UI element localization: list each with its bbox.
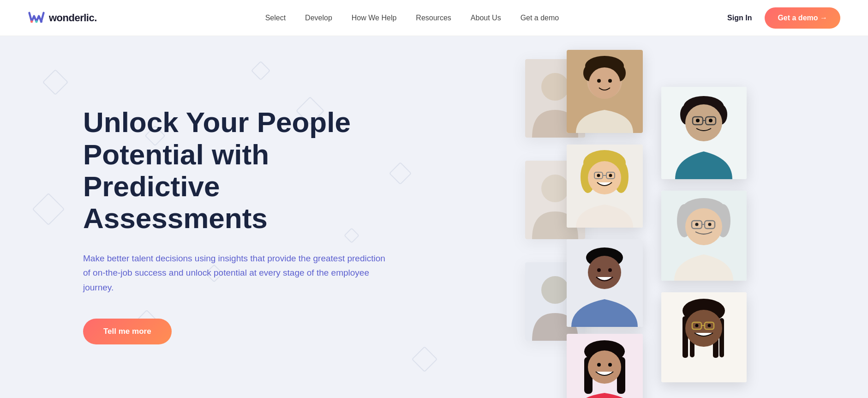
svg-point-53 <box>685 208 722 245</box>
svg-point-47 <box>696 119 700 122</box>
svg-point-25 <box>597 174 600 177</box>
person-illustration-5 <box>567 334 643 398</box>
person-illustration-8 <box>661 292 747 382</box>
nav-links: Select Develop How We Help Resources Abo… <box>265 14 559 22</box>
logo-text: wonderlic. <box>49 12 97 24</box>
photo-card-8 <box>661 292 747 382</box>
svg-point-38 <box>608 363 612 367</box>
svg-point-29 <box>588 256 621 289</box>
svg-point-4 <box>541 73 569 101</box>
svg-point-0 <box>30 20 33 23</box>
photo-card-2 <box>567 145 643 228</box>
nav-item-get-a-demo[interactable]: Get a demo <box>521 14 559 22</box>
logo-link[interactable]: wonderlic. <box>28 11 97 25</box>
svg-point-31 <box>608 268 612 272</box>
svg-point-30 <box>597 268 601 272</box>
hero-title: Unlock Your People Potential with Predic… <box>83 106 406 235</box>
svg-point-43 <box>685 104 722 141</box>
photo-card-1 <box>567 50 643 133</box>
svg-point-69 <box>695 324 698 327</box>
nav-item-develop[interactable]: Develop <box>305 14 332 22</box>
svg-point-1 <box>35 20 37 23</box>
nav-actions: Sign In Get a demo → <box>727 7 840 29</box>
svg-point-48 <box>709 119 712 122</box>
svg-point-16 <box>608 79 612 83</box>
person-illustration-1 <box>567 50 643 133</box>
svg-point-70 <box>707 324 711 327</box>
person-illustration-7 <box>661 191 747 281</box>
logo-icon <box>28 11 45 25</box>
svg-point-26 <box>609 174 612 177</box>
photo-card-6 <box>661 87 747 179</box>
hero-photos <box>478 36 868 398</box>
navbar: wonderlic. Select Develop How We Help Re… <box>0 0 868 36</box>
svg-point-21 <box>588 161 621 194</box>
svg-point-6 <box>541 175 569 202</box>
svg-point-2 <box>40 20 42 23</box>
person-illustration-2 <box>567 145 643 228</box>
nav-item-resources[interactable]: Resources <box>416 14 451 22</box>
svg-point-8 <box>541 276 569 304</box>
person-illustration-3 <box>567 239 643 327</box>
nav-item-select[interactable]: Select <box>265 14 286 22</box>
get-demo-nav-button[interactable]: Get a demo → <box>765 7 840 29</box>
svg-point-15 <box>597 79 601 83</box>
person-illustration-6 <box>661 87 747 179</box>
hero-subtitle: Make better talent decisions using insig… <box>83 251 388 295</box>
photo-grid <box>539 45 807 396</box>
svg-point-36 <box>588 350 621 384</box>
nav-item-how-we-help[interactable]: How We Help <box>352 14 397 22</box>
tell-more-button[interactable]: Tell me more <box>83 319 172 344</box>
hero-content: Unlock Your People Potential with Predic… <box>0 36 478 398</box>
photo-card-7 <box>661 191 747 281</box>
sign-in-button[interactable]: Sign In <box>727 14 752 22</box>
svg-point-57 <box>695 223 698 226</box>
photo-card-5 <box>567 334 643 398</box>
hero-section: Unlock Your People Potential with Predic… <box>0 36 868 398</box>
photo-card-3 <box>567 239 643 327</box>
nav-item-about-us[interactable]: About Us <box>471 14 501 22</box>
svg-point-37 <box>597 363 601 367</box>
svg-point-65 <box>685 310 722 347</box>
svg-point-14 <box>589 67 620 99</box>
svg-point-58 <box>708 223 711 226</box>
